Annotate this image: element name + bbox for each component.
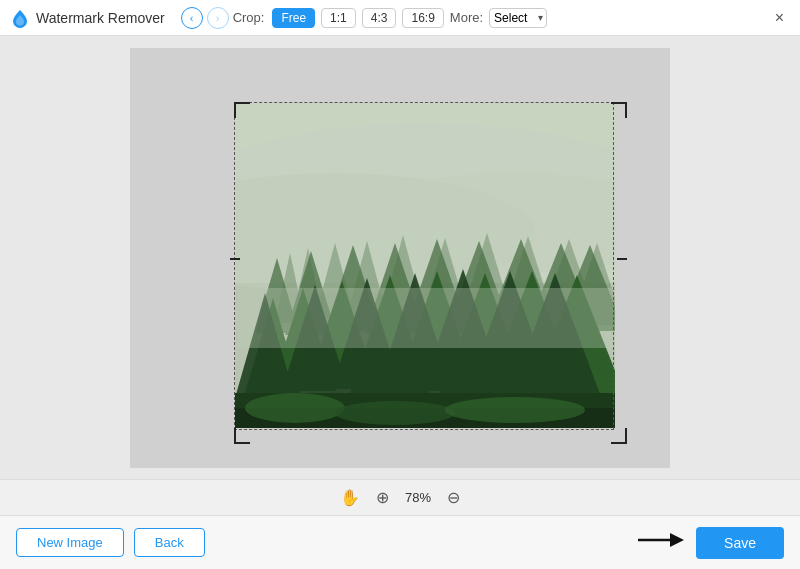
crop-corner-br[interactable] [611, 428, 627, 444]
new-image-button[interactable]: New Image [16, 528, 124, 557]
crop-4-3-button[interactable]: 4:3 [362, 8, 397, 28]
more-label: More: [450, 10, 483, 25]
more-select-wrapper[interactable]: Select [489, 8, 547, 28]
crop-label: Crop: [233, 10, 265, 25]
crop-corner-bl[interactable] [234, 428, 250, 444]
zoom-out-icon[interactable]: ⊖ [447, 488, 460, 507]
zoom-label: 78% [405, 490, 431, 505]
svg-marker-46 [670, 533, 684, 547]
titlebar: Watermark Remover ‹ › Crop: Free 1:1 4:3… [0, 0, 800, 36]
selection-border [234, 102, 614, 430]
bottom-bar: New Image Back Save [0, 515, 800, 569]
nav-forward-button[interactable]: › [207, 7, 229, 29]
image-container [130, 48, 670, 468]
crop-16-9-button[interactable]: 16:9 [402, 8, 443, 28]
arrow-icon [636, 526, 686, 559]
crop-side-right[interactable] [617, 258, 627, 260]
nav-back-button[interactable]: ‹ [181, 7, 203, 29]
crop-free-button[interactable]: Free [272, 8, 315, 28]
crop-corner-tl[interactable] [234, 102, 250, 118]
app-logo-icon [10, 8, 30, 28]
crop-1-1-button[interactable]: 1:1 [321, 8, 356, 28]
forward-arrow-icon [636, 526, 686, 554]
app-title: Watermark Remover [36, 10, 165, 26]
crop-corner-tr[interactable] [611, 102, 627, 118]
canvas-area [0, 36, 800, 479]
save-button[interactable]: Save [696, 527, 784, 559]
close-button[interactable]: × [769, 8, 790, 28]
crop-side-left[interactable] [230, 258, 240, 260]
more-select[interactable]: Select [489, 8, 547, 28]
zoom-bar: ✋ ⊕ 78% ⊖ [0, 479, 800, 515]
back-button[interactable]: Back [134, 528, 205, 557]
pan-icon[interactable]: ✋ [340, 488, 360, 507]
zoom-in-icon[interactable]: ⊕ [376, 488, 389, 507]
